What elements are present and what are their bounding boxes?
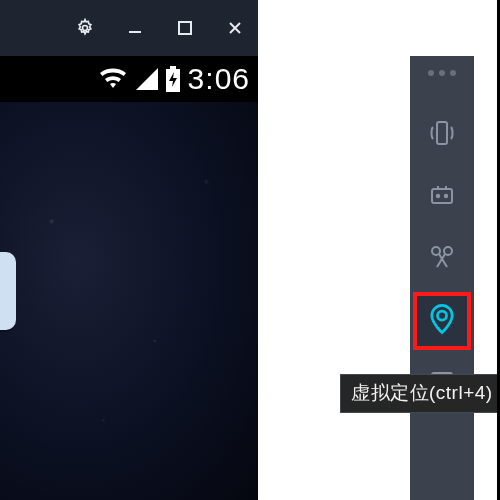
svg-point-10	[444, 247, 452, 255]
svg-rect-3	[170, 66, 176, 69]
location-pin-icon	[425, 302, 459, 340]
svg-rect-6	[432, 189, 452, 203]
maximize-icon	[178, 21, 192, 35]
svg-point-8	[445, 195, 447, 197]
svg-point-9	[432, 247, 440, 255]
svg-rect-1	[129, 31, 141, 33]
tool-virtual-gps[interactable]	[415, 294, 469, 348]
svg-rect-5	[437, 122, 447, 144]
phone-status-bar: 3:06	[0, 56, 258, 102]
maximize-button[interactable]	[174, 17, 196, 39]
emulator-window: 3:06	[0, 0, 258, 500]
side-tool-panel	[410, 56, 474, 500]
settings-icon	[75, 18, 95, 38]
minimize-button[interactable]	[124, 17, 146, 39]
tooltip-virtual-gps: 虚拟定位(ctrl+4)	[340, 374, 500, 413]
battery-charging-icon	[164, 66, 182, 92]
window-titlebar	[0, 0, 258, 56]
minimize-icon	[127, 20, 143, 36]
close-icon	[227, 20, 243, 36]
clock-text: 3:06	[188, 62, 250, 96]
svg-point-0	[83, 26, 88, 31]
svg-point-11	[437, 311, 446, 320]
keyboard-icon	[427, 180, 457, 214]
svg-point-7	[437, 195, 439, 197]
tool-screenshot[interactable]	[415, 232, 469, 286]
more-dots-icon[interactable]	[428, 70, 456, 76]
card-edge	[0, 252, 16, 330]
tool-keyboard[interactable]	[415, 170, 469, 224]
tool-shake-device[interactable]	[415, 108, 469, 162]
scissors-icon	[427, 242, 457, 276]
shake-device-icon	[427, 118, 457, 152]
phone-screen[interactable]	[0, 102, 258, 500]
tooltip-text: 虚拟定位(ctrl+4)	[351, 382, 493, 403]
wifi-icon	[98, 67, 128, 91]
cell-signal-icon	[134, 68, 158, 90]
settings-button[interactable]	[74, 17, 96, 39]
close-button[interactable]	[224, 17, 246, 39]
svg-rect-2	[179, 22, 191, 34]
